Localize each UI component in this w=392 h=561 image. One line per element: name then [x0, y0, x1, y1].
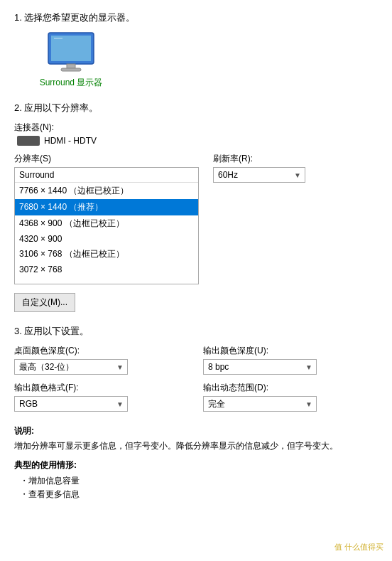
resolution-item-4[interactable]: 3106 × 768 （边框已校正） [15, 246, 198, 262]
step1-section: 1. 选择您希望更改的显示器。 Surround 显示器 [14, 11, 378, 89]
refresh-dropdown-container: 60Hz ▼ [213, 167, 305, 183]
connector-row: HDMI - HDTV [17, 136, 378, 146]
svg-rect-3 [61, 68, 81, 71]
resolution-refresh-row: 分辨率(S) Surround 7766 × 1440 （边框已校正） 7680… [14, 153, 378, 284]
svg-rect-1 [51, 36, 91, 61]
step1-title: 1. 选择您希望更改的显示器。 [14, 11, 378, 24]
resolution-item-0[interactable]: 7766 × 1440 （边框已校正） [15, 183, 198, 199]
output-color-label: 输出颜色深度(U): [203, 345, 378, 357]
usage-list: 增加信息容量 查看更多信息 [14, 474, 378, 501]
resolution-listbox[interactable]: Surround 7766 × 1440 （边框已校正） 7680 × 1440… [14, 167, 199, 284]
output-format-item: 输出颜色格式(F): RGB ▼ [14, 382, 189, 412]
resolution-label: 分辨率(S) [14, 153, 199, 165]
listbox-header: Surround [15, 168, 198, 183]
resolution-item-1[interactable]: 7680 × 1440 （推荐） [15, 199, 198, 215]
resolution-item-5[interactable]: 3072 × 768 [15, 262, 198, 277]
output-color-dropdown[interactable]: 8 bpc [203, 359, 317, 375]
output-format-dropdown-wrapper: RGB ▼ [14, 396, 128, 412]
notes-section: 说明: 增加分辨率可显示更多信息，但字号变小。降低分辨率显示的信息减少，但字号变… [14, 424, 378, 501]
desktop-color-label: 桌面颜色深度(C): [14, 345, 189, 357]
svg-rect-2 [67, 64, 75, 68]
step3-section: 3. 应用以下设置。 桌面颜色深度(C): 最高（32-位） ▼ 输出颜色深度(… [14, 325, 378, 412]
refresh-col: 刷新率(R): 60Hz ▼ [213, 153, 312, 183]
output-color-dropdown-wrapper: 8 bpc ▼ [203, 359, 317, 375]
custom-button[interactable]: 自定义(M)... [14, 293, 75, 312]
connector-value: HDMI - HDTV [44, 136, 97, 146]
main-container: 1. 选择您希望更改的显示器。 Surround 显示器 2. 应用以下分辨率。… [0, 0, 392, 561]
output-format-dropdown[interactable]: RGB [14, 396, 128, 412]
settings-grid: 桌面颜色深度(C): 最高（32-位） ▼ 输出颜色深度(U): 8 bpc ▼ [14, 345, 378, 412]
refresh-label: 刷新率(R): [213, 153, 312, 165]
resolution-col: 分辨率(S) Surround 7766 × 1440 （边框已校正） 7680… [14, 153, 199, 284]
output-range-item: 输出动态范围(D): 完全 ▼ [203, 382, 378, 412]
output-range-dropdown-wrapper: 完全 ▼ [203, 396, 317, 412]
refresh-dropdown[interactable]: 60Hz [213, 167, 305, 183]
step2-title: 2. 应用以下分辨率。 [14, 102, 378, 114]
output-range-dropdown[interactable]: 完全 [203, 396, 317, 412]
connector-label: 连接器(N): [14, 122, 378, 134]
monitor-label: Surround 显示器 [40, 77, 103, 89]
output-format-label: 输出颜色格式(F): [14, 382, 189, 394]
desktop-color-dropdown-wrapper: 最高（32-位） ▼ [14, 359, 128, 375]
resolution-item-2[interactable]: 4368 × 900 （边框已校正） [15, 215, 198, 232]
step3-title: 3. 应用以下设置。 [14, 325, 378, 338]
step2-section: 2. 应用以下分辨率。 连接器(N): HDMI - HDTV 分辨率(S) S… [14, 102, 378, 312]
desktop-color-item: 桌面颜色深度(C): 最高（32-位） ▼ [14, 345, 189, 375]
output-color-item: 输出颜色深度(U): 8 bpc ▼ [203, 345, 378, 375]
desktop-color-dropdown[interactable]: 最高（32-位） [14, 359, 128, 375]
hdmi-icon [17, 136, 40, 146]
usage-item-1: 查看更多信息 [20, 488, 378, 501]
monitor-icon [45, 31, 97, 74]
usage-item-0: 增加信息容量 [20, 474, 378, 488]
notes-text: 增加分辨率可显示更多信息，但字号变小。降低分辨率显示的信息减少，但字号变大。 [14, 439, 378, 453]
monitor-area: Surround 显示器 [36, 31, 107, 89]
output-range-label: 输出动态范围(D): [203, 382, 378, 394]
usage-title: 典型的使用情形: [14, 459, 378, 472]
watermark: 值 什么值得买 [334, 542, 383, 552]
notes-title: 说明: [14, 424, 378, 438]
resolution-item-3[interactable]: 4320 × 900 [15, 232, 198, 246]
